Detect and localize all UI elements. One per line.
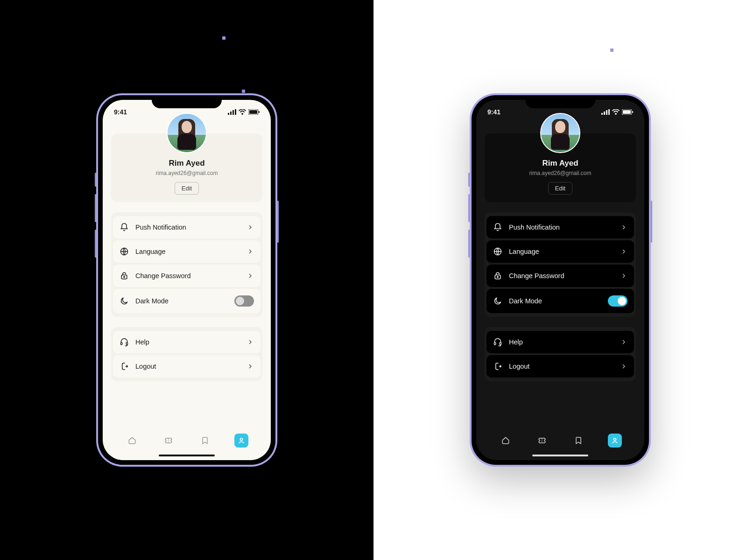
notch [525, 95, 595, 108]
bell-icon [493, 223, 502, 232]
dark-mode-row[interactable]: Dark Mode [486, 289, 634, 313]
row-label: Language [135, 248, 240, 255]
support-section: Help Logout [111, 327, 262, 381]
svg-rect-14 [604, 112, 605, 115]
chevron-right-icon [247, 248, 254, 255]
dark-mode-toggle[interactable] [234, 295, 254, 307]
chevron-right-icon [620, 248, 627, 255]
profile-icon [610, 436, 620, 445]
support-section: Help Logout [485, 327, 636, 381]
chevron-right-icon [247, 224, 254, 231]
profile-name: Rim Ayed [492, 159, 628, 168]
language-row[interactable]: Language [113, 240, 261, 263]
profile-icon [237, 436, 246, 445]
logout-row[interactable]: Logout [113, 355, 261, 378]
nav-tickets[interactable] [535, 434, 549, 448]
push-notification-row[interactable]: Push Notification [113, 216, 261, 238]
change-password-row[interactable]: Change Password [486, 265, 634, 287]
chevron-right-icon [247, 338, 254, 346]
battery-icon [248, 109, 260, 115]
svg-point-9 [124, 276, 125, 277]
svg-rect-0 [228, 113, 229, 115]
profile-email: rima.ayed26@gmail.com [119, 170, 255, 176]
screen-light: 9:41 Rim Ayed rima.ayed26@gma [103, 100, 271, 460]
cellular-icon [228, 109, 236, 115]
row-label: Language [509, 248, 613, 255]
chevron-right-icon [620, 272, 627, 280]
bookmark-icon [200, 436, 210, 445]
ticket-icon [537, 436, 547, 445]
dark-mode-toggle[interactable] [608, 295, 627, 307]
screen-dark: 9:41 Rim Ayed rima.ayed26@gma [476, 100, 644, 460]
ticket-icon [164, 436, 173, 445]
nav-profile[interactable] [608, 434, 622, 448]
wifi-icon [239, 109, 246, 115]
home-indicator [159, 455, 215, 456]
dark-mode-row[interactable]: Dark Mode [113, 289, 261, 313]
language-row[interactable]: Language [486, 240, 634, 263]
settings-section: Push Notification Language Change Passwo… [485, 212, 636, 317]
lock-icon [120, 271, 129, 280]
row-label: Logout [509, 363, 613, 370]
moon-icon [493, 296, 502, 306]
chevron-right-icon [247, 272, 254, 280]
chevron-right-icon [620, 224, 627, 231]
svg-rect-24 [500, 343, 501, 345]
nav-home[interactable] [125, 434, 139, 448]
avatar[interactable] [167, 113, 207, 153]
svg-rect-2 [233, 110, 234, 115]
svg-rect-5 [249, 110, 257, 114]
profile-card: Rim Ayed rima.ayed26@gmail.com Edit [111, 133, 262, 202]
row-label: Change Password [509, 272, 613, 280]
row-label: Help [509, 338, 613, 346]
profile-name: Rim Ayed [119, 159, 255, 168]
profile-card: Rim Ayed rima.ayed26@gmail.com Edit [485, 133, 636, 202]
home-indicator [532, 455, 588, 456]
battery-icon [622, 109, 633, 115]
logout-icon [120, 362, 129, 371]
svg-rect-10 [121, 343, 122, 345]
svg-rect-16 [608, 109, 610, 115]
cellular-icon [601, 109, 610, 115]
avatar[interactable] [540, 113, 580, 153]
moon-icon [120, 296, 129, 306]
svg-rect-18 [623, 110, 631, 114]
row-label: Dark Mode [509, 297, 601, 305]
row-label: Change Password [135, 272, 240, 280]
status-time: 9:41 [114, 108, 127, 116]
globe-icon [493, 247, 502, 256]
device-frame-light: 9:41 Rim Ayed rima.ayed26@gma [96, 93, 277, 467]
bookmark-icon [574, 436, 583, 445]
help-row[interactable]: Help [113, 331, 261, 353]
notch [152, 95, 222, 108]
edit-button[interactable]: Edit [548, 182, 572, 195]
nav-profile[interactable] [234, 434, 248, 448]
push-notification-row[interactable]: Push Notification [486, 216, 634, 238]
svg-rect-15 [606, 110, 607, 115]
svg-rect-13 [601, 113, 603, 115]
chevron-right-icon [620, 363, 627, 370]
nav-tickets[interactable] [162, 434, 176, 448]
chevron-right-icon [620, 338, 627, 346]
home-icon [501, 436, 510, 445]
help-row[interactable]: Help [486, 331, 634, 353]
change-password-row[interactable]: Change Password [113, 265, 261, 287]
logout-icon [493, 362, 502, 371]
row-label: Dark Mode [135, 297, 228, 305]
headset-icon [120, 337, 129, 347]
nav-home[interactable] [499, 434, 513, 448]
row-label: Logout [135, 363, 240, 370]
svg-point-25 [614, 438, 616, 441]
row-label: Help [135, 338, 240, 346]
status-time: 9:41 [487, 108, 500, 116]
nav-bookmark[interactable] [571, 434, 585, 448]
headset-icon [493, 337, 502, 347]
nav-bookmark[interactable] [198, 434, 212, 448]
device-frame-dark: 9:41 Rim Ayed rima.ayed26@gma [470, 93, 651, 467]
home-icon [127, 436, 137, 445]
logout-row[interactable]: Logout [486, 355, 634, 378]
svg-rect-3 [235, 109, 236, 115]
svg-rect-19 [632, 111, 633, 113]
globe-icon [120, 247, 129, 256]
edit-button[interactable]: Edit [175, 182, 199, 195]
